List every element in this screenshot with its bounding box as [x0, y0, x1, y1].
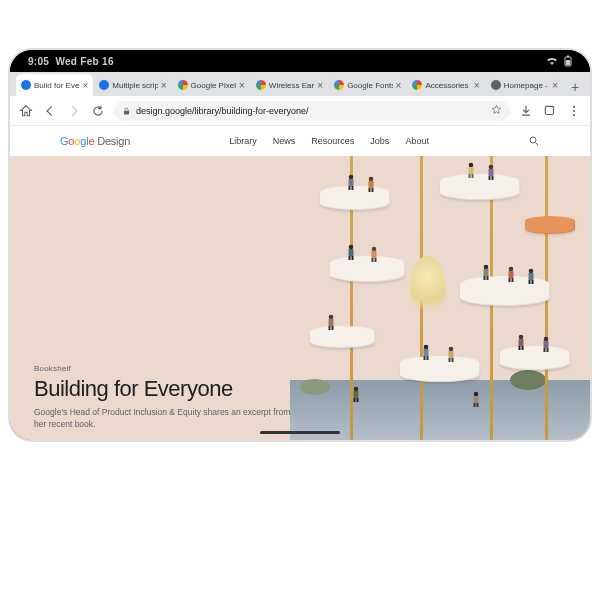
svg-rect-39	[509, 278, 511, 282]
svg-rect-56	[452, 358, 454, 362]
svg-rect-52	[427, 356, 429, 360]
star-icon[interactable]	[491, 104, 502, 117]
site-logo[interactable]: Google Design	[60, 135, 130, 147]
browser-tab[interactable]: Google Fonts D×	[329, 74, 406, 96]
svg-rect-12	[352, 186, 354, 190]
close-icon[interactable]: ×	[317, 80, 323, 91]
status-time: 9:05	[28, 56, 49, 67]
status-date: Wed Feb 16	[55, 56, 113, 67]
svg-rect-2	[566, 60, 570, 65]
svg-rect-54	[449, 351, 454, 358]
svg-rect-32	[375, 258, 377, 262]
download-icon[interactable]	[518, 103, 534, 119]
hero-title: Building for Everyone	[34, 377, 294, 401]
svg-rect-55	[449, 358, 451, 362]
tab-label: Build for Everyo	[34, 81, 79, 90]
hero-kicker: Bookshelf	[34, 364, 294, 373]
tab-strip: Build for Everyo×Multiple scripts×Google…	[10, 72, 590, 96]
svg-rect-28	[352, 256, 354, 260]
close-icon[interactable]: ×	[239, 80, 245, 91]
wifi-icon	[546, 56, 558, 66]
nav-link[interactable]: About	[405, 136, 429, 146]
hero-text: Bookshelf Building for Everyone Google's…	[34, 364, 294, 430]
nav-link[interactable]: Jobs	[370, 136, 389, 146]
svg-rect-22	[489, 169, 494, 176]
svg-rect-64	[547, 348, 549, 352]
svg-point-49	[424, 345, 429, 350]
svg-rect-36	[487, 276, 489, 280]
tab-favicon	[99, 80, 109, 90]
close-icon[interactable]: ×	[552, 80, 558, 91]
svg-rect-38	[509, 271, 514, 278]
svg-point-53	[449, 347, 454, 352]
browser-tab[interactable]: Build for Everyo×	[16, 74, 93, 96]
svg-rect-14	[369, 181, 374, 188]
browser-tab[interactable]: Accessories - G×	[407, 74, 484, 96]
svg-point-41	[529, 269, 534, 274]
svg-point-7	[573, 114, 575, 116]
site-header: Google Design LibraryNewsResourcesJobsAb…	[10, 126, 590, 156]
svg-rect-66	[354, 391, 359, 398]
nav-link[interactable]: Library	[229, 136, 257, 146]
close-icon[interactable]: ×	[474, 80, 480, 91]
svg-point-65	[354, 387, 359, 392]
svg-rect-24	[492, 176, 494, 180]
reload-icon[interactable]	[90, 103, 106, 119]
svg-rect-42	[529, 273, 534, 280]
svg-rect-40	[512, 278, 514, 282]
site-nav: LibraryNewsResourcesJobsAbout	[229, 136, 429, 146]
svg-rect-19	[469, 174, 471, 178]
browser-tab[interactable]: Multiple scripts×	[94, 74, 171, 96]
svg-point-21	[489, 165, 494, 170]
forward-icon[interactable]	[66, 103, 82, 119]
status-time-date: 9:05 Wed Feb 16	[28, 56, 114, 67]
close-icon[interactable]: ×	[161, 80, 167, 91]
svg-rect-1	[567, 56, 569, 58]
svg-rect-68	[357, 398, 359, 402]
tabs-icon[interactable]	[542, 103, 558, 119]
browser-tab[interactable]: Homepage - Mo×	[486, 74, 563, 96]
status-bar: 9:05 Wed Feb 16	[10, 50, 590, 72]
lock-icon	[122, 107, 130, 115]
tab-label: Accessories - G	[425, 81, 470, 90]
menu-icon[interactable]	[566, 103, 582, 119]
browser-chrome: Build for Everyo×Multiple scripts×Google…	[10, 72, 590, 126]
svg-rect-23	[489, 176, 491, 180]
nav-link[interactable]: Resources	[311, 136, 354, 146]
nav-handle[interactable]	[260, 431, 340, 434]
nav-link[interactable]: News	[273, 136, 296, 146]
svg-point-45	[329, 315, 334, 320]
svg-point-61	[544, 337, 549, 342]
svg-point-57	[519, 335, 524, 340]
svg-rect-35	[484, 276, 486, 280]
svg-rect-18	[469, 167, 474, 174]
svg-rect-71	[474, 403, 476, 407]
page-viewport: Google Design LibraryNewsResourcesJobsAb…	[10, 126, 590, 440]
svg-point-37	[509, 267, 514, 272]
tab-label: Google Pixel Ho	[191, 81, 236, 90]
tab-label: Homepage - Mo	[504, 81, 549, 90]
close-icon[interactable]: ×	[82, 80, 88, 91]
svg-rect-58	[519, 339, 524, 346]
svg-point-17	[469, 163, 474, 168]
new-tab-button[interactable]: +	[566, 78, 584, 96]
svg-rect-10	[349, 179, 354, 186]
svg-point-5	[573, 105, 575, 107]
browser-tab[interactable]: Google Pixel Ho×	[173, 74, 250, 96]
svg-rect-11	[349, 186, 351, 190]
svg-rect-51	[424, 356, 426, 360]
svg-rect-30	[372, 251, 377, 258]
address-bar[interactable]: design.google/library/building-for-every…	[114, 101, 510, 121]
browser-tab[interactable]: Wireless Earbu×	[251, 74, 328, 96]
svg-rect-46	[329, 319, 334, 326]
svg-rect-27	[349, 256, 351, 260]
tab-label: Wireless Earbu	[269, 81, 314, 90]
back-icon[interactable]	[42, 103, 58, 119]
site-logo-word2: Design	[97, 135, 130, 147]
home-icon[interactable]	[18, 103, 34, 119]
search-icon[interactable]	[528, 135, 540, 147]
close-icon[interactable]: ×	[396, 80, 402, 91]
tab-favicon	[491, 80, 501, 90]
svg-rect-72	[477, 403, 479, 407]
svg-rect-16	[372, 188, 374, 192]
